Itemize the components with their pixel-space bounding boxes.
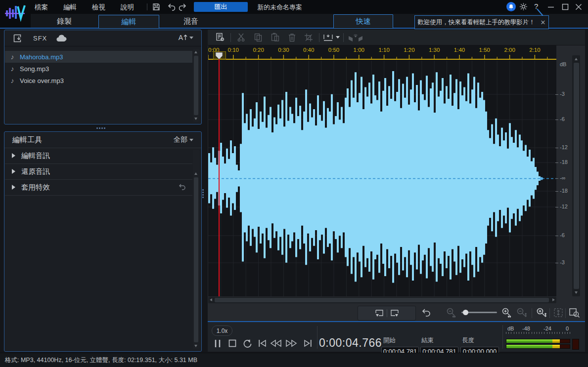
db-scale-label: -6 — [560, 232, 565, 238]
sort-files-button[interactable]: A — [179, 34, 193, 41]
timeline-ruler[interactable]: 0:000:100:200:300:400:501:001:101:201:30… — [208, 45, 556, 61]
menu-edit[interactable]: 編輯 — [63, 3, 77, 12]
loop-button[interactable] — [241, 338, 253, 349]
import-media-icon[interactable] — [13, 34, 23, 42]
tool-group-apply-effects[interactable]: 套用特效 — [5, 179, 192, 196]
redo-icon[interactable] — [178, 2, 188, 11]
playhead-marker[interactable] — [215, 52, 223, 60]
zoom-to-selection-button[interactable] — [567, 306, 582, 319]
status-bar: 格式: MP3, 44100Hz, 16-位元, 立體聲, 長度: 02:19.… — [0, 353, 588, 367]
menu-view[interactable]: 檢視 — [92, 3, 105, 12]
db-scale-tick — [555, 207, 558, 207]
surround-sound-button[interactable] — [346, 31, 365, 44]
meter-tick — [539, 332, 540, 334]
meter-tick — [532, 332, 532, 334]
tab-edit[interactable]: 編輯 — [98, 15, 159, 29]
notification-bell-icon[interactable] — [506, 2, 516, 11]
tool-group-restore-audio[interactable]: 還原音訊 — [5, 163, 192, 180]
tool-group-label: 套用特效 — [21, 183, 50, 192]
waveform-display[interactable] — [208, 61, 556, 296]
meter-tick — [544, 332, 544, 334]
menu-help[interactable]: 說明 — [121, 3, 134, 12]
clip-indicator — [572, 339, 579, 350]
music-note-icon: ♪ — [5, 77, 20, 84]
file-row[interactable]: ♪ Voice over.mp3 — [5, 75, 192, 86]
fast-forward-button[interactable] — [285, 338, 297, 349]
start-label: 開始 — [383, 336, 396, 345]
mark-out-button[interactable] — [387, 307, 402, 320]
status-text: 格式: MP3, 44100Hz, 16-位元, 立體聲, 長度: 02:19.… — [5, 356, 197, 365]
mark-in-button[interactable] — [372, 307, 387, 320]
tool-group-edit-audio[interactable]: 編輯音訊 — [5, 148, 192, 164]
ruler-tick-label: 1:50 — [479, 47, 490, 53]
settings-gear-icon[interactable] — [518, 2, 528, 11]
file-row[interactable]: ♪ Song.mp3 — [5, 63, 192, 75]
tab-mix[interactable]: 混音 — [174, 16, 208, 27]
cut-button[interactable] — [233, 31, 250, 44]
edit-tools-title: 編輯工具 — [12, 135, 42, 145]
waveform-vertical-scrollbar[interactable] — [572, 55, 580, 296]
edit-tools-header: 編輯工具 全部 — [4, 132, 201, 148]
ruler-tick-label: 0:50 — [328, 47, 339, 53]
undo-icon[interactable] — [166, 2, 176, 11]
db-scale-tick — [555, 178, 558, 179]
save-icon[interactable] — [151, 2, 161, 11]
volume-node[interactable] — [540, 177, 543, 180]
app-window: 檔案 編輯 檢視 說明 匯出 新的未命名專案 ? — [0, 0, 588, 367]
undo-view-icon[interactable] — [418, 306, 433, 319]
waveform-horizontal-scrollbar[interactable] — [208, 297, 556, 303]
tab-record[interactable]: 錄製 — [47, 16, 82, 27]
meter-tick — [562, 332, 563, 334]
fit-view-button[interactable] — [551, 306, 566, 319]
playback-speed-button[interactable]: 1.0x — [212, 326, 232, 336]
music-note-icon: ♪ — [5, 65, 20, 73]
meter-tick — [567, 332, 568, 334]
close-icon[interactable] — [574, 2, 584, 11]
clip-properties-button[interactable] — [212, 31, 228, 44]
db-scale-label: -3 — [560, 259, 565, 265]
file-name: Mahoroba.mp3 — [20, 53, 63, 61]
skip-to-start-button[interactable] — [256, 338, 268, 349]
zoom-in-vertical-button[interactable] — [534, 306, 549, 319]
tab-quick[interactable]: 快速 — [333, 14, 393, 29]
zoom-out-horizontal-button[interactable] — [444, 306, 459, 319]
zoom-in-horizontal-button[interactable] — [499, 306, 514, 319]
sfx-library-button[interactable]: SFX — [33, 35, 47, 42]
transport-separator — [317, 326, 317, 349]
menu-file[interactable]: 檔案 — [35, 3, 48, 12]
zoom-slider-handle[interactable] — [463, 310, 468, 315]
media-scrollbar[interactable] — [193, 49, 199, 122]
reset-effects-icon[interactable] — [178, 184, 185, 191]
meter-tick — [511, 332, 511, 334]
ruler-tick-label: 1:00 — [354, 47, 364, 53]
paste-button[interactable] — [267, 31, 283, 44]
zoom-separator — [532, 308, 532, 318]
panel-splitter-handle[interactable] — [96, 127, 105, 129]
minimize-icon[interactable] — [546, 2, 556, 11]
file-row[interactable]: ♪ Mahoroba.mp3 — [5, 51, 192, 63]
delete-button[interactable] — [283, 31, 300, 44]
tools-scrollbar[interactable] — [193, 150, 199, 349]
meter-tick — [554, 332, 555, 334]
side-splitter-handle[interactable] — [202, 189, 204, 198]
export-button[interactable]: 匯出 — [194, 2, 248, 12]
pause-button[interactable] — [212, 338, 224, 349]
length-label: 長度 — [462, 336, 474, 345]
cloud-library-icon[interactable] — [56, 34, 69, 42]
marker-button[interactable] — [321, 31, 341, 44]
maximize-icon[interactable] — [560, 2, 570, 11]
time-display: 0:00:04.766 — [319, 336, 378, 350]
copy-button[interactable] — [250, 31, 267, 44]
zoom-out-vertical-button[interactable] — [514, 306, 529, 319]
tools-filter-dropdown[interactable]: 全部 — [174, 135, 193, 144]
meter-tick — [534, 332, 535, 334]
stop-button[interactable] — [226, 338, 238, 349]
zoom-slider[interactable] — [461, 312, 497, 313]
meter-tick-label: 0 — [566, 326, 569, 331]
meter-db-label: dB — [507, 326, 514, 331]
tooltip-close-icon[interactable]: ✕ — [538, 19, 548, 26]
trim-button[interactable] — [300, 31, 317, 44]
skip-to-end-button[interactable] — [302, 338, 314, 349]
selection-marker-group — [358, 306, 416, 321]
rewind-button[interactable] — [270, 338, 282, 349]
